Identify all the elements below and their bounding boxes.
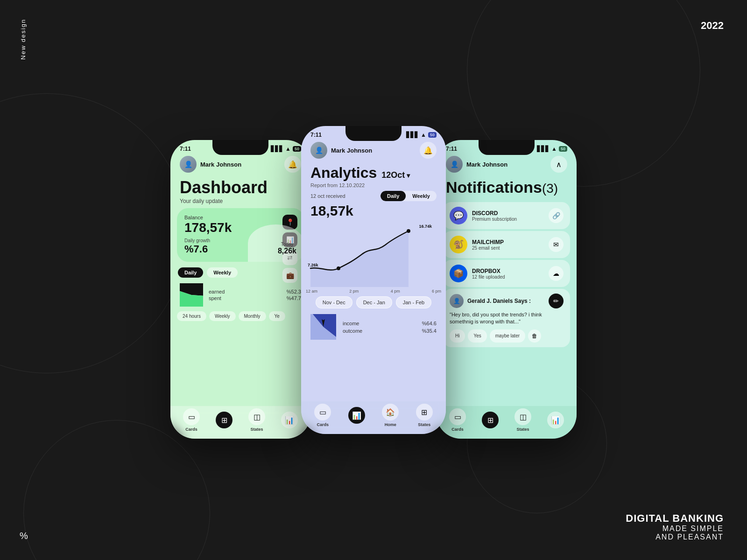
status-icons-3: ▋▋▋ ▲ 50 [537, 146, 567, 152]
nav-chart-3[interactable]: 📊 [547, 412, 564, 428]
message-replies: Hi Yes maybe later 🗑 [450, 329, 564, 343]
states-icon-3: ◫ [514, 408, 531, 425]
battery-2: 50 [428, 132, 437, 138]
avatar-3: 👤 [446, 156, 463, 173]
mailchimp-icon: 🐒 [450, 236, 467, 253]
filter-ye[interactable]: Ye [269, 311, 285, 321]
wifi-icon-1: ▲ [285, 146, 291, 152]
chart-icon-3: 📊 [547, 412, 564, 428]
date-filter-row: Nov - Dec Dec - Jan Jan - Feb [301, 294, 446, 311]
avatar-1: 👤 [180, 156, 197, 173]
avatar-img-2: 👤 [310, 142, 327, 159]
bottom-nav-3: ▭ Cards ⊞ ◫ States 📊 [437, 406, 577, 439]
cards-icon-1: ▭ [183, 408, 200, 425]
notif-discord-card: 💬 DISCORD Premium subscription 🔗 [443, 202, 570, 229]
reply-hi[interactable]: Hi [450, 329, 465, 343]
signal-icon-1: ▋▋▋ [271, 146, 283, 152]
bottom-percent: % [20, 531, 28, 541]
discord-action[interactable]: 🔗 [549, 208, 564, 223]
nav-cards-2[interactable]: ▭ Cards [314, 404, 331, 427]
dashboard-subtitle: Your daily update [170, 197, 310, 208]
phones-wrapper: 7:11 ▋▋▋ ▲ 50 👤 Mark Johnson 🔔 Dashboard… [93, 121, 654, 439]
chart-high-label: 16.74k [419, 224, 432, 229]
nav-home-2[interactable]: 🏠 Home [382, 404, 399, 427]
discord-info: DISCORD Premium subscription [472, 210, 544, 222]
msg-edit-btn[interactable]: ✏ [549, 294, 564, 308]
date-filter-1[interactable]: Nov - Dec [316, 296, 352, 308]
year-label: 2022 [701, 20, 724, 32]
analytics-date-badge[interactable]: 12Oct ▾ [381, 170, 410, 180]
income-row: income %64.6 [343, 320, 437, 327]
reply-yes[interactable]: Yes [468, 329, 486, 343]
dropbox-action[interactable]: ☁ [549, 266, 564, 281]
analytics-received: 12 oct received [310, 193, 345, 199]
wifi-icon-2: ▲ [421, 132, 426, 138]
states-icon-1: ◫ [248, 408, 265, 425]
today-box: Today 8,26k [278, 242, 296, 255]
chart-low-label: 7.26k [308, 263, 318, 267]
nav-chart-active-2[interactable]: 📊 [348, 407, 365, 424]
bottom-nav-1: ▭ Cards ⊞ ◫ States 📊 [170, 406, 310, 439]
cards-icon-3: ▭ [449, 408, 466, 425]
analytics-subtitle: Report from 12.10.2022 [301, 182, 446, 190]
daily-toggle-2[interactable]: Daily [381, 191, 406, 201]
analytics-title-text: Analytics [310, 164, 377, 182]
home-icon-2: 🏠 [382, 404, 399, 420]
analytics-pie-chart [310, 314, 336, 340]
chevron-up-btn[interactable]: ∧ [550, 156, 567, 173]
reply-delete-btn[interactable]: 🗑 [528, 329, 541, 343]
profile-name-3: Mark Johnson [466, 161, 507, 168]
phone-notifications: 7:11 ▋▋▋ ▲ 50 👤 Mark Johnson ∧ Notificat… [437, 140, 577, 439]
time-filter-row: 24 hours Weekly Monthly Ye [170, 309, 310, 323]
daily-toggle-1[interactable]: Daily [178, 267, 203, 278]
message-card: 👤 Gerald J. Daniels Says : ✏ "Hey bro, d… [443, 289, 570, 347]
nav-states-1[interactable]: ◫ States [248, 408, 265, 432]
nav-chart-1[interactable]: 📊 [281, 412, 298, 428]
bell-button-1[interactable]: 🔔 [284, 156, 301, 173]
x-label-0: 12 am [306, 289, 317, 294]
date-filter-3[interactable]: Jan - Feb [396, 296, 431, 308]
bell-button-2[interactable]: 🔔 [420, 142, 437, 159]
time-2: 7:11 [310, 132, 322, 138]
x-label-1: 2 pm [349, 289, 359, 294]
nav-states-3[interactable]: ◫ States [514, 408, 531, 432]
profile-info-3: 👤 Mark Johnson [446, 156, 507, 173]
msg-sender: Gerald J. Daniels Says : [467, 298, 545, 304]
nav-cards-1[interactable]: ▭ Cards [183, 408, 200, 432]
states-icon-2: ⊞ [416, 404, 433, 420]
analytics-amount: 18,57k [301, 202, 446, 220]
profile-row-1: 👤 Mark Johnson 🔔 [170, 152, 310, 176]
profile-info-2: 👤 Mark Johnson [310, 142, 372, 159]
nav-states-2[interactable]: ⊞ States [416, 404, 433, 427]
time-1: 7:11 [180, 146, 191, 152]
filter-weekly[interactable]: Weekly [209, 311, 236, 321]
analytics-pie-labels: income %64.6 outcome %35.4 [343, 320, 437, 335]
weekly-toggle-2[interactable]: Weekly [406, 191, 437, 201]
notif-title: Notifications(3) [437, 176, 577, 200]
reply-maybe[interactable]: maybe later [490, 329, 525, 343]
message-header: 👤 Gerald J. Daniels Says : ✏ [450, 294, 564, 308]
msg-text: "Hey bro, did you spot the trends? i thi… [450, 311, 564, 326]
weekly-toggle-1[interactable]: Weekly [207, 267, 238, 278]
avatar-img-1: 👤 [180, 156, 197, 173]
chart-active-icon-2: 📊 [348, 407, 365, 424]
chart-area: 16.74k 7.26k [301, 222, 446, 287]
nav-home-1[interactable]: ⊞ [216, 412, 233, 428]
filter-monthly[interactable]: Monthly [239, 311, 266, 321]
pie-row-1: earned %52.3 spent %47.7 [170, 280, 310, 309]
filter-24h[interactable]: 24 hours [177, 311, 206, 321]
wallet-icon-btn[interactable]: 💼 [282, 268, 297, 283]
dashboard-title: Dashboard [170, 176, 310, 197]
nav-home-active-3[interactable]: ⊞ [482, 412, 499, 428]
nav-cards-3[interactable]: ▭ Cards [449, 408, 466, 432]
balance-label: Balance [184, 215, 296, 220]
profile-info-1: 👤 Mark Johnson [180, 156, 241, 173]
date-filter-2[interactable]: Dec - Jan [356, 296, 392, 308]
side-label: New design [20, 19, 27, 60]
cards-icon-2: ▭ [314, 404, 331, 420]
chart-x-labels: 12 am 2 pm 4 pm 6 pm [301, 289, 446, 294]
mailchimp-action[interactable]: ✉ [549, 237, 564, 252]
status-icons-1: ▋▋▋ ▲ 50 [271, 146, 301, 152]
battery-1: 50 [293, 146, 301, 152]
home-icon-1: ⊞ [216, 412, 233, 428]
